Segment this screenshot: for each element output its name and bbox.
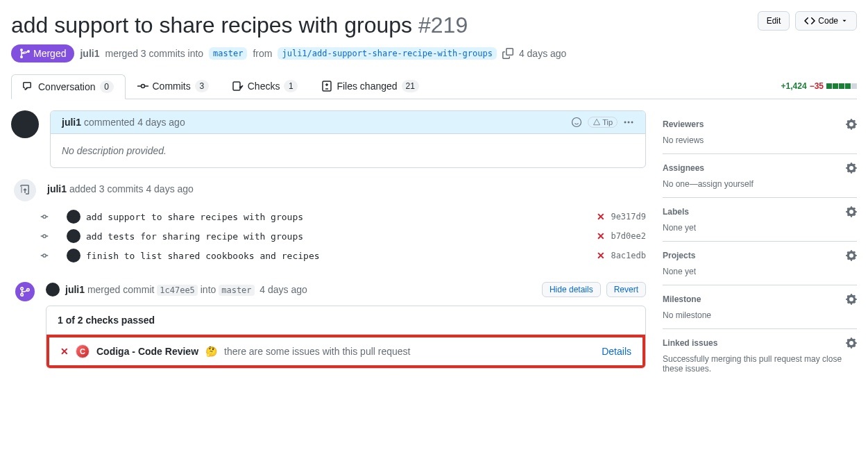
- avatar-small[interactable]: [67, 249, 80, 262]
- avatar-small[interactable]: [67, 229, 80, 243]
- code-button[interactable]: Code: [795, 11, 857, 31]
- gear-icon[interactable]: [846, 119, 857, 130]
- edit-button[interactable]: Edit: [758, 11, 790, 31]
- pr-meta: Merged juli1 merged 3 commits into maste…: [11, 44, 857, 62]
- sidebar-projects-title: Projects: [663, 251, 695, 260]
- tab-files-count: 21: [402, 80, 419, 92]
- commit-push-marker: [14, 179, 36, 201]
- commit-row: add tests for sharing recipe with groups…: [39, 226, 646, 246]
- check-details-link[interactable]: Details: [602, 346, 631, 357]
- gear-icon[interactable]: [846, 250, 857, 261]
- commit-dot-icon: [39, 211, 50, 222]
- tip-label: Tip: [602, 118, 613, 126]
- comment-time[interactable]: 4 days ago: [137, 117, 185, 128]
- tab-files-label: Files changed: [337, 81, 397, 92]
- avatar-small[interactable]: [67, 210, 80, 224]
- sidebar-assignees-title: Assignees: [663, 163, 704, 173]
- x-icon[interactable]: ✕: [597, 211, 605, 222]
- merge-time[interactable]: 4 days ago: [259, 284, 307, 295]
- smiley-icon[interactable]: [571, 117, 582, 128]
- svg-point-0: [141, 85, 144, 88]
- tab-commits-count: 3: [195, 80, 209, 92]
- pr-timestamp: 4 days ago: [519, 48, 567, 59]
- revert-button[interactable]: Revert: [606, 282, 646, 297]
- commit-sha[interactable]: 9e317d9: [611, 212, 646, 222]
- svg-point-3: [572, 118, 581, 127]
- gear-icon[interactable]: [846, 294, 857, 305]
- commit-message[interactable]: finish to list shared cookbooks and reci…: [86, 251, 591, 261]
- x-icon[interactable]: ✕: [597, 231, 605, 242]
- thinking-face-icon: 🤔: [205, 346, 217, 357]
- diff-deletions: −35: [810, 81, 824, 91]
- svg-point-6: [631, 122, 633, 124]
- kebab-icon[interactable]: [623, 117, 634, 128]
- svg-point-10: [21, 287, 24, 290]
- merge-branch[interactable]: master: [219, 285, 254, 296]
- comment-body: No description provided.: [51, 134, 645, 167]
- meta-from-text: from: [253, 48, 272, 59]
- code-icon: [804, 15, 815, 26]
- commits-author[interactable]: juli1: [47, 183, 67, 194]
- tab-conversation[interactable]: Conversation 0: [11, 74, 126, 99]
- file-diff-icon: [321, 81, 332, 92]
- commit-message[interactable]: add tests for sharing recipe with groups: [86, 231, 591, 242]
- copy-icon[interactable]: [502, 48, 513, 59]
- merge-into: into: [201, 284, 219, 295]
- commits-time[interactable]: 4 days ago: [146, 183, 194, 194]
- svg-rect-1: [233, 82, 240, 90]
- sidebar-labels-value: None yet: [663, 223, 857, 233]
- pr-number: #219: [418, 12, 468, 37]
- commit-sha[interactable]: b7d0ee2: [611, 231, 646, 241]
- gear-icon[interactable]: [846, 206, 857, 217]
- svg-point-11: [21, 294, 24, 297]
- sidebar-assignees-value[interactable]: No one—assign yourself: [663, 179, 857, 189]
- comment-action: commented: [84, 117, 135, 128]
- hide-details-button[interactable]: Hide details: [542, 282, 601, 297]
- tab-checks[interactable]: Checks 1: [221, 74, 310, 99]
- git-commit-icon: [137, 81, 148, 92]
- head-branch[interactable]: juli1/add-support-share-recipe-with-grou…: [278, 47, 496, 60]
- pr-title: add support to share recipes with groups…: [11, 11, 468, 39]
- sidebar-linked-title: Linked issues: [663, 338, 717, 348]
- merge-author[interactable]: juli1: [65, 284, 85, 295]
- merge-icon: [19, 48, 31, 59]
- state-badge-merged: Merged: [11, 44, 74, 62]
- comment-author[interactable]: juli1: [62, 117, 81, 128]
- gear-icon[interactable]: [846, 337, 857, 349]
- tip-badge[interactable]: Tip: [588, 117, 618, 128]
- sidebar-milestone-title: Milestone: [663, 294, 701, 304]
- avatar[interactable]: [11, 110, 39, 138]
- sidebar-reviewers-title: Reviewers: [663, 119, 704, 129]
- repo-push-icon: [19, 185, 31, 196]
- tab-conversation-count: 0: [100, 81, 114, 93]
- base-branch[interactable]: master: [209, 47, 247, 60]
- comment-discussion-icon: [23, 81, 34, 92]
- svg-point-8: [43, 235, 46, 237]
- diffstat: +1,424 −35: [781, 81, 857, 91]
- tab-commits[interactable]: Commits 3: [126, 74, 221, 99]
- svg-point-7: [43, 215, 46, 218]
- pr-author[interactable]: juli1: [80, 48, 99, 59]
- merge-action: merged commit: [87, 284, 157, 295]
- gear-icon[interactable]: [846, 162, 857, 174]
- check-message: there are some issues with this pull req…: [224, 346, 410, 357]
- tab-checks-label: Checks: [248, 81, 280, 92]
- svg-point-4: [624, 122, 627, 124]
- diff-blocks: [826, 83, 857, 89]
- sidebar-reviewers-value: No reviews: [663, 135, 857, 145]
- diff-additions: +1,424: [781, 81, 807, 91]
- meta-merged-text: merged 3 commits into: [105, 48, 203, 59]
- merge-sha[interactable]: 1c47ee5: [157, 285, 198, 296]
- merge-marker: [15, 282, 35, 301]
- avatar-small[interactable]: [46, 283, 60, 297]
- commit-sha[interactable]: 8ac1edb: [611, 251, 646, 260]
- pr-tabs: Conversation 0 Commits 3 Checks 1 Files …: [11, 74, 857, 99]
- code-button-label: Code: [818, 16, 838, 26]
- sidebar-linked-value: Successfully merging this pull request m…: [663, 354, 857, 374]
- commit-message[interactable]: add support to share recipes with groups: [86, 212, 591, 222]
- codiga-icon: C: [76, 344, 90, 358]
- tab-files[interactable]: Files changed 21: [309, 74, 431, 99]
- comment-box: juli1 commented 4 days ago Tip No descri…: [50, 110, 646, 168]
- x-icon[interactable]: ✕: [597, 250, 605, 261]
- commit-row: finish to list shared cookbooks and reci…: [39, 246, 646, 265]
